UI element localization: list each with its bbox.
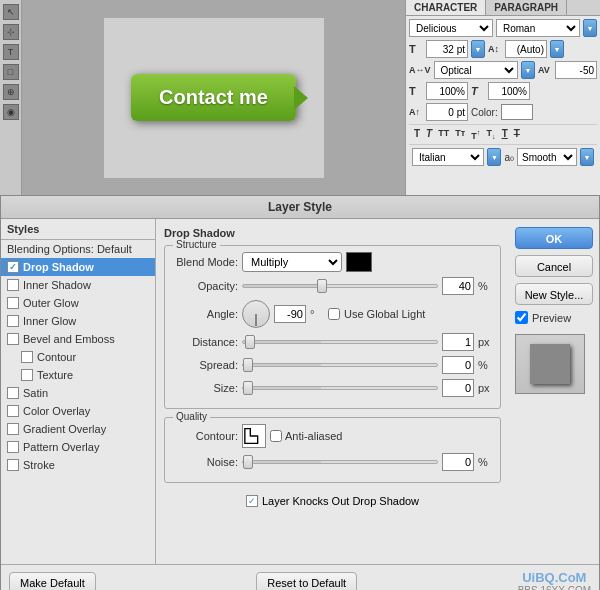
satin-checkbox[interactable] [7,387,19,399]
inner-shadow-checkbox[interactable] [7,279,19,291]
blending-options[interactable]: Blending Options: Default [1,240,155,258]
style-item-bevel-emboss[interactable]: Bevel and Emboss [1,330,155,348]
language-arrow[interactable] [487,148,501,166]
new-style-button[interactable]: New Style... [515,283,593,305]
make-default-button[interactable]: Make Default [9,572,96,590]
strikethrough-icon[interactable]: T [512,127,522,142]
canvas-background: Contact me [104,18,324,178]
sub-icon[interactable]: T↓ [484,127,497,142]
leading-input[interactable] [505,40,547,58]
preview-checkbox[interactable] [515,311,528,324]
spread-value-input[interactable] [442,356,474,374]
ok-button[interactable]: OK [515,227,593,249]
leading-arrow[interactable] [550,40,564,58]
style-item-satin[interactable]: Satin [1,384,155,402]
dialog-body: Styles Blending Options: Default Drop Sh… [1,219,599,564]
smooth-arrow[interactable] [580,148,594,166]
tool-select[interactable]: ⊹ [3,24,19,40]
inner-glow-checkbox[interactable] [7,315,19,327]
blend-mode-select[interactable]: Multiply [242,252,342,272]
tab-paragraph[interactable]: PARAGRAPH [486,0,567,15]
anti-alias-checkbox[interactable] [270,430,282,442]
kerning-icon: AV [538,65,552,75]
style-item-pattern-overlay[interactable]: Pattern Overlay [1,438,155,456]
bevel-emboss-checkbox[interactable] [7,333,19,345]
color-swatch-char[interactable] [501,104,533,120]
angle-value-input[interactable] [274,305,306,323]
angle-dial[interactable] [242,300,270,328]
dialog-buttons: OK Cancel New Style... Preview [509,219,599,564]
tracking-arrow[interactable] [521,61,535,79]
small-caps-icon[interactable]: Tт [453,127,467,142]
stroke-checkbox[interactable] [7,459,19,471]
style-item-outer-glow[interactable]: Outer Glow [1,294,155,312]
language-select[interactable]: Italian [412,148,484,166]
font-style-select[interactable]: Roman [496,19,580,37]
style-item-inner-shadow[interactable]: Inner Shadow [1,276,155,294]
baseline-input[interactable] [426,103,468,121]
character-controls: Delicious Roman T A↕ A↔V Optical [406,16,600,172]
color-label: Color: [471,107,498,118]
global-light-checkbox[interactable] [328,308,340,320]
gradient-overlay-checkbox[interactable] [7,423,19,435]
super-icon[interactable]: T↑ [469,127,482,142]
style-item-contour[interactable]: Contour [1,348,155,366]
tool-shape[interactable]: □ [3,64,19,80]
font-size-arrow[interactable] [471,40,485,58]
tool-move[interactable]: ↖ [3,4,19,20]
opacity-slider[interactable] [242,284,438,288]
style-item-drop-shadow[interactable]: Drop Shadow [1,258,155,276]
font-family-select[interactable]: Delicious [409,19,493,37]
scale-v-input[interactable] [488,82,530,100]
spread-slider[interactable] [242,363,438,367]
noise-value-input[interactable] [442,453,474,471]
color-overlay-checkbox[interactable] [7,405,19,417]
style-item-texture[interactable]: Texture [1,366,155,384]
drop-shadow-checkbox[interactable] [7,261,19,273]
outer-glow-checkbox[interactable] [7,297,19,309]
baseline-icon: A↑ [409,107,423,117]
font-size-input[interactable] [426,40,468,58]
angle-unit: ° [310,308,324,320]
quality-group: Quality Contour: Anti-aliased [164,417,501,483]
bottom-bar: Make Default Reset to Default UiBQ.CoM B… [1,564,599,590]
tab-character[interactable]: CHARACTER [406,0,486,15]
distance-value-input[interactable] [442,333,474,351]
bold-icon[interactable]: T [412,127,422,142]
style-item-stroke[interactable]: Stroke [1,456,155,474]
shadow-color-swatch[interactable] [346,252,372,272]
caps-icon[interactable]: TT [436,127,451,142]
cancel-button[interactable]: Cancel [515,255,593,277]
tracking-icon: A↔V [409,65,431,75]
tool-eye[interactable]: ◉ [3,104,19,120]
contour-preview[interactable] [242,424,266,448]
knocks-out-checkbox[interactable] [246,495,258,507]
tracking-select[interactable]: Optical [434,61,518,79]
contour-checkbox[interactable] [21,351,33,363]
size-slider[interactable] [242,386,438,390]
scale-h-input[interactable] [426,82,468,100]
texture-checkbox[interactable] [21,369,33,381]
size-value-input[interactable] [442,379,474,397]
italic-icon[interactable]: T [424,127,434,142]
style-item-gradient-overlay[interactable]: Gradient Overlay [1,420,155,438]
aa-label: a₀ [504,152,514,163]
layer-style-dialog: Layer Style Styles Blending Options: Def… [0,195,600,590]
opacity-value-input[interactable] [442,277,474,295]
pattern-overlay-checkbox[interactable] [7,441,19,453]
underline-icon[interactable]: T [500,127,510,142]
tool-extra[interactable]: ⊕ [3,84,19,100]
distance-slider[interactable] [242,340,438,344]
style-item-color-overlay[interactable]: Color Overlay [1,402,155,420]
kerning-input[interactable] [555,61,597,79]
style-item-inner-glow[interactable]: Inner Glow [1,312,155,330]
font-style-arrow[interactable] [583,19,597,37]
spread-label: Spread: [173,359,238,371]
structure-group: Structure Blend Mode: Multiply Opacity: [164,245,501,409]
noise-slider[interactable] [242,460,438,464]
structure-label: Structure [173,239,220,250]
tool-type[interactable]: T [3,44,19,60]
reset-default-button[interactable]: Reset to Default [256,572,357,590]
smooth-select[interactable]: Smooth [517,148,577,166]
contour-row: Contour: Anti-aliased [173,424,492,448]
